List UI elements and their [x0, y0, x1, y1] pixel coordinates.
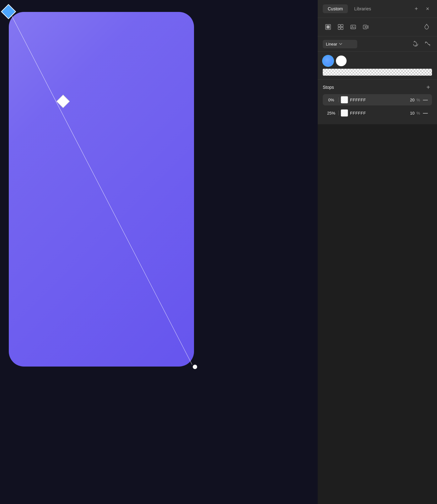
gradient-overlay: [9, 12, 194, 367]
stop-2-divider: [338, 110, 339, 115]
gradient-type-label: Linear: [326, 42, 337, 46]
stop-2-hex-input[interactable]: [350, 111, 404, 115]
right-panel: Custom Libraries + ×: [318, 0, 437, 504]
stop-1-divider: [338, 97, 339, 102]
stops-section: Stops + %: [318, 80, 437, 124]
chevron-down-icon: [339, 43, 342, 45]
gradient-actions: [411, 40, 432, 48]
add-button[interactable]: +: [412, 4, 421, 13]
gradient-preview-bar[interactable]: [323, 69, 432, 76]
gradient-reverse-btn[interactable]: [423, 40, 432, 48]
tab-custom[interactable]: Custom: [323, 4, 348, 13]
stop-row-1: %: [323, 94, 432, 105]
stop-1-opacity-input[interactable]: [406, 98, 414, 102]
gradient-type-row: Linear: [318, 36, 437, 52]
svg-rect-7: [351, 25, 356, 29]
stop-1-color-swatch[interactable]: [341, 96, 348, 104]
purple-rectangle[interactable]: [9, 12, 194, 367]
panel-tabs: Custom Libraries: [323, 4, 376, 13]
fill-type-solid[interactable]: [323, 22, 333, 32]
svg-rect-3: [338, 24, 340, 27]
svg-rect-5: [338, 27, 340, 29]
gradient-bar-overlay: [323, 69, 432, 76]
fill-type-image[interactable]: [348, 22, 359, 32]
stop-1-remove-btn[interactable]: [422, 96, 429, 103]
fill-types-row: [318, 18, 437, 36]
canvas-area: [0, 0, 318, 504]
fill-type-video[interactable]: [360, 22, 371, 32]
stop-1-percent-input[interactable]: [326, 98, 337, 102]
stop-2-opacity-symbol: %: [416, 111, 420, 115]
svg-rect-2: [326, 25, 330, 29]
swatch-color: [341, 96, 348, 103]
stops-label: Stops: [323, 85, 334, 90]
stop-1-opacity-symbol: %: [416, 98, 420, 102]
stop-2-percent-input[interactable]: [326, 111, 337, 115]
stop-2-color-swatch[interactable]: [341, 109, 348, 117]
svg-marker-10: [365, 26, 366, 28]
close-button[interactable]: ×: [423, 4, 432, 13]
stops-header: Stops +: [323, 83, 432, 91]
add-stop-button[interactable]: +: [424, 83, 432, 91]
color-stop-thumbs: [323, 56, 432, 66]
swatch-color: [341, 110, 348, 116]
gradient-preview-area: [318, 52, 437, 80]
panel-header: Custom Libraries + ×: [318, 0, 437, 18]
opacity-icon-btn[interactable]: [421, 22, 432, 32]
stop-1-hex-input[interactable]: [350, 98, 404, 102]
gradient-rotate-btn[interactable]: [411, 40, 420, 48]
color-stop-thumb-blue[interactable]: [323, 56, 333, 66]
svg-rect-11: [423, 100, 428, 100]
stop-row-2: %: [323, 107, 432, 119]
svg-point-8: [352, 26, 353, 27]
svg-rect-6: [341, 27, 343, 29]
shape-container[interactable]: [9, 12, 194, 367]
svg-rect-12: [423, 113, 428, 114]
svg-rect-4: [341, 24, 343, 27]
gradient-type-dropdown[interactable]: Linear: [323, 40, 357, 48]
panel-header-actions: + ×: [412, 4, 432, 13]
fill-type-icons: [323, 22, 371, 32]
tab-libraries[interactable]: Libraries: [349, 4, 376, 13]
fill-type-pattern[interactable]: [335, 22, 346, 32]
panel-rest: [318, 124, 437, 504]
stop-2-remove-btn[interactable]: [422, 110, 429, 116]
stop-2-opacity-input[interactable]: [406, 111, 414, 115]
color-stop-thumb-white[interactable]: [336, 56, 347, 66]
gradient-handle-end[interactable]: [193, 365, 197, 369]
